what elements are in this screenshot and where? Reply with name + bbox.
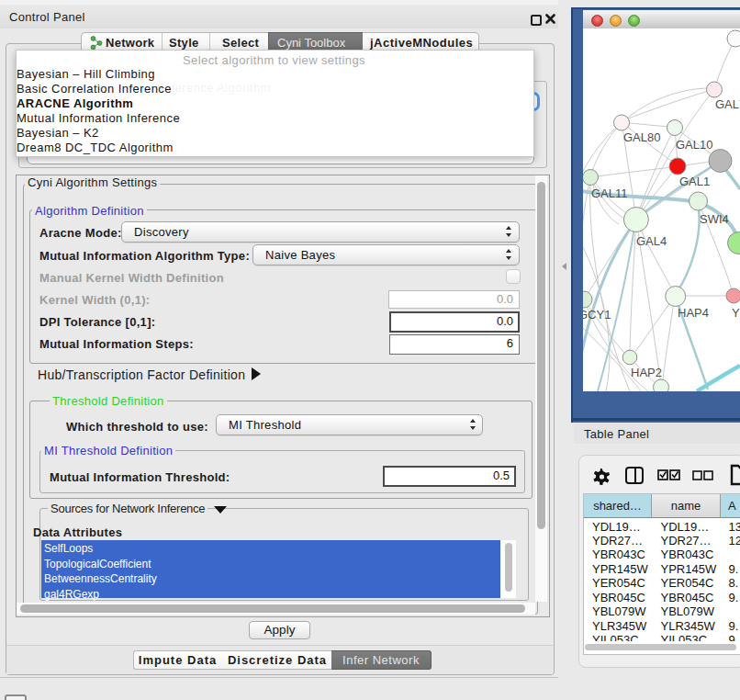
svg-text:GAL1: GAL1 xyxy=(679,175,710,188)
svg-text:HAP2: HAP2 xyxy=(631,366,662,379)
svg-text:GAL11: GAL11 xyxy=(591,186,628,200)
svg-text:GAL80: GAL80 xyxy=(623,130,660,144)
svg-text:GCY1: GCY1 xyxy=(583,308,611,322)
svg-text:HAP4: HAP4 xyxy=(678,306,709,320)
svg-text:Y: Y xyxy=(732,306,740,320)
svg-text:GAL4: GAL4 xyxy=(636,234,667,248)
svg-text:SWI4: SWI4 xyxy=(700,212,729,226)
svg-text:GAL10: GAL10 xyxy=(676,138,712,152)
svg-text:GAL7: GAL7 xyxy=(715,97,740,111)
